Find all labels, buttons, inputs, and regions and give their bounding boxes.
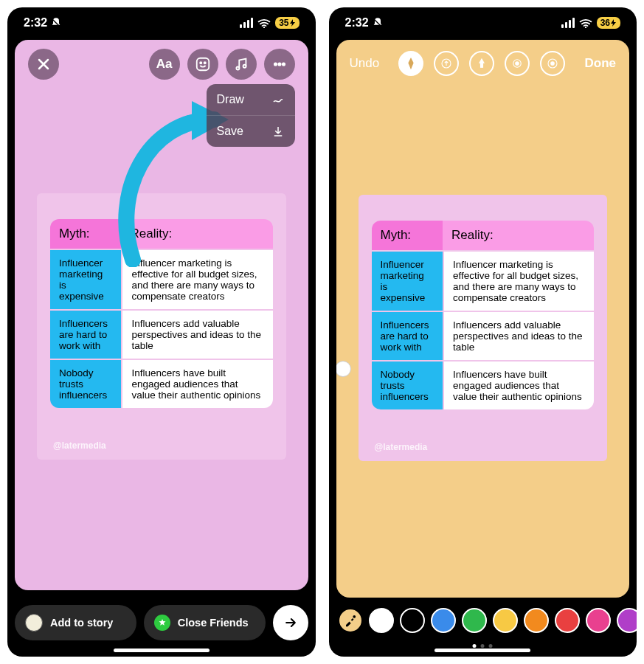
svg-rect-11 — [481, 63, 483, 67]
status-bar: 2:32 35 — [7, 7, 316, 38]
menu-label: Save — [217, 125, 243, 138]
color-swatch[interactable] — [431, 608, 456, 633]
brush-arrow[interactable] — [434, 51, 459, 76]
menu-item-save[interactable]: Save — [207, 115, 295, 147]
add-to-story-button[interactable]: Add to story — [15, 605, 136, 640]
cell-myth: Influencer marketing is expensive — [372, 250, 443, 311]
brush-eraser[interactable] — [540, 51, 565, 76]
battery-badge: 36 — [597, 17, 620, 29]
story-canvas[interactable]: Aa Draw Save Myth: Reality: — [15, 40, 308, 590]
avatar-icon — [25, 614, 43, 632]
watermark: @latermedia — [375, 442, 428, 452]
color-swatch[interactable] — [586, 608, 611, 633]
close-button[interactable] — [28, 49, 59, 80]
status-bar: 2:32 36 — [329, 7, 637, 38]
phone-draw-editor: 2:32 36 Undo Done — [329, 7, 637, 657]
color-swatch[interactable] — [369, 608, 394, 633]
svg-point-2 — [200, 62, 201, 63]
home-indicator — [434, 649, 530, 652]
draw-canvas[interactable]: Undo Done Myth: Reality: Influencer mark… — [336, 40, 630, 598]
close-friends-icon — [154, 615, 170, 631]
music-button[interactable] — [226, 49, 257, 80]
svg-point-6 — [274, 63, 276, 65]
cell-reality: Influencer marketing is effective for al… — [443, 250, 594, 311]
color-swatch[interactable] — [400, 608, 425, 633]
send-button[interactable] — [273, 605, 308, 640]
svg-point-12 — [516, 62, 519, 66]
signal-icon — [240, 18, 253, 28]
undo-button[interactable]: Undo — [350, 56, 380, 71]
cell-reality: Influencers add valuable perspectives an… — [121, 309, 272, 359]
button-label: Add to story — [50, 617, 113, 629]
brush-size-slider[interactable] — [336, 361, 351, 377]
cell-myth: Nobody trusts influencers — [372, 360, 443, 409]
menu-label: Draw — [217, 93, 244, 106]
svg-point-9 — [585, 26, 586, 27]
col-header-reality: Reality: — [443, 221, 594, 250]
wifi-icon — [579, 18, 592, 28]
more-menu: Draw Save — [207, 84, 295, 147]
draw-toolbar: Undo Done — [336, 47, 630, 80]
svg-point-16 — [353, 615, 356, 618]
svg-rect-1 — [196, 58, 209, 71]
cell-reality: Influencers have built engaged audiences… — [121, 359, 272, 408]
cell-myth: Influencers are hard to work with — [372, 311, 443, 360]
menu-item-draw[interactable]: Draw — [207, 84, 295, 115]
svg-point-7 — [278, 63, 280, 65]
story-bottom-bar: Add to story Close Friends — [15, 602, 308, 643]
brush-marker[interactable] — [469, 51, 494, 76]
silent-icon — [372, 17, 384, 29]
color-swatch[interactable] — [617, 608, 637, 633]
cell-myth: Nobody trusts influencers — [50, 359, 121, 408]
text-tool-button[interactable]: Aa — [149, 49, 180, 80]
svg-point-15 — [551, 62, 555, 66]
color-swatch[interactable] — [555, 608, 580, 633]
signal-icon — [561, 18, 575, 28]
brush-pen[interactable] — [398, 51, 423, 76]
done-button[interactable]: Done — [584, 56, 616, 71]
home-indicator — [114, 649, 210, 652]
silent-icon — [50, 17, 62, 29]
watermark: @latermedia — [53, 440, 106, 451]
color-swatch[interactable] — [493, 608, 518, 633]
button-label: Close Friends — [178, 617, 249, 629]
palette-page-dots — [473, 644, 493, 648]
cell-reality: Influencers add valuable perspectives an… — [443, 311, 594, 360]
svg-point-4 — [236, 66, 239, 69]
cell-myth: Influencers are hard to work with — [50, 309, 121, 359]
svg-point-8 — [282, 63, 284, 65]
svg-point-3 — [204, 62, 205, 63]
color-swatch[interactable] — [462, 608, 487, 633]
battery-badge: 35 — [275, 17, 299, 29]
status-time: 2:32 — [345, 16, 369, 30]
wifi-icon — [257, 18, 271, 28]
sticker-button[interactable] — [187, 49, 218, 80]
svg-point-0 — [263, 26, 265, 27]
color-palette — [338, 602, 629, 639]
close-friends-button[interactable]: Close Friends — [144, 605, 266, 640]
svg-point-5 — [243, 65, 246, 68]
shared-post-card[interactable]: Myth: Reality: Influencer marketing is e… — [359, 195, 608, 461]
cell-reality: Influencers have built engaged audiences… — [443, 360, 594, 409]
col-header-myth: Myth: — [372, 221, 443, 250]
more-button[interactable] — [264, 49, 295, 80]
myth-reality-table: Myth: Reality: Influencer marketing is e… — [372, 221, 595, 409]
brush-neon[interactable] — [505, 51, 530, 76]
status-time: 2:32 — [24, 16, 47, 30]
color-swatch[interactable] — [524, 608, 549, 633]
eyedropper-button[interactable] — [338, 608, 363, 633]
phone-story-editor: 2:32 35 Aa Draw Save — [7, 7, 316, 657]
